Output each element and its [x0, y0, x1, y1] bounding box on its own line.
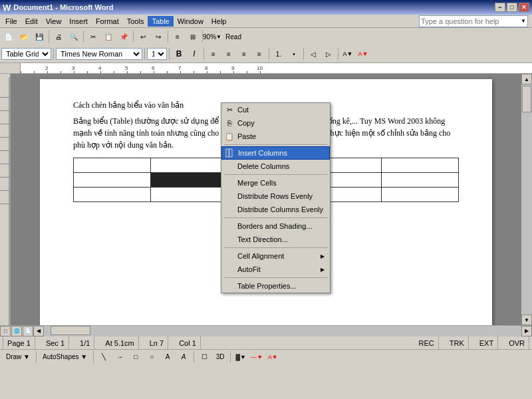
fill-color-button[interactable]: ▓▼: [233, 350, 248, 364]
menu-tools[interactable]: Tools: [123, 16, 148, 27]
status-rec: REC: [415, 336, 439, 349]
ctx-distribute-cols[interactable]: Distribute Columns Evenly: [221, 203, 330, 216]
menu-window[interactable]: Window: [174, 16, 207, 27]
menu-insert[interactable]: Insert: [65, 16, 92, 27]
menu-edit[interactable]: Edit: [21, 16, 42, 27]
hscroll-right-button[interactable]: ▶: [521, 326, 532, 336]
paste-button[interactable]: 📌: [116, 30, 131, 43]
save-button[interactable]: 💾: [32, 30, 47, 43]
hscroll-track[interactable]: [44, 326, 521, 336]
view-web-btn[interactable]: 🌐: [11, 326, 22, 336]
ctx-copy[interactable]: ⎘ Copy: [221, 116, 330, 130]
view-print-btn[interactable]: 📄: [23, 326, 33, 336]
ctx-distribute-rows[interactable]: Distribute Rows Evenly: [221, 190, 330, 203]
svg-rect-31: [0, 110, 10, 111]
line-tool[interactable]: ╲: [96, 350, 111, 364]
paste-icon: 📋: [223, 130, 235, 142]
font-dropdown[interactable]: Times New Roman: [56, 48, 142, 60]
svg-rect-28: [0, 77, 10, 325]
read-button[interactable]: Read: [220, 30, 247, 43]
new-button[interactable]: 📄: [1, 30, 16, 43]
ctx-autofit[interactable]: AutoFit ▶: [221, 263, 330, 276]
status-ext: EXT: [475, 336, 498, 349]
shadow-button[interactable]: ☐: [197, 350, 211, 364]
ctx-text-direction[interactable]: Text Direction...: [221, 233, 330, 246]
font-color-button[interactable]: A▼: [356, 47, 370, 61]
arrow-tool[interactable]: →: [112, 350, 127, 364]
table-button[interactable]: ⊞: [186, 30, 200, 43]
svg-text:6: 6: [152, 65, 155, 71]
svg-rect-29: [9, 77, 10, 325]
highlight-button[interactable]: A▼: [340, 47, 355, 61]
svg-text:2: 2: [45, 65, 49, 71]
3d-button[interactable]: 3D: [213, 350, 227, 364]
align-center-button[interactable]: ≡: [221, 47, 236, 61]
justify-button[interactable]: ≡: [252, 47, 267, 61]
indent-decrease-button[interactable]: ◁: [306, 47, 321, 61]
svg-rect-40: [229, 149, 232, 157]
toolbar-area: 📄 📂 💾 🖨 🔍 ✂ 📋 📌 ↩ ↪ ≡ ⊞ 90%▼ Read Table …: [0, 28, 532, 63]
font-color-bar-button[interactable]: A▼: [265, 350, 280, 364]
menu-table[interactable]: Table: [148, 16, 173, 27]
svg-rect-38: [0, 203, 10, 204]
view-normal-btn[interactable]: □: [0, 326, 11, 336]
ctx-merge-cells[interactable]: Merge Cells: [221, 176, 330, 190]
numbering-button[interactable]: 1.: [271, 47, 286, 61]
menu-file[interactable]: File: [1, 16, 21, 27]
bold-button[interactable]: B: [172, 47, 186, 61]
scroll-track[interactable]: [521, 84, 532, 315]
help-search-input[interactable]: [421, 17, 521, 25]
close-button[interactable]: ✕: [519, 3, 529, 12]
hscroll-left-button[interactable]: ◀: [33, 326, 44, 336]
minimize-button[interactable]: −: [495, 3, 505, 12]
cut-button[interactable]: ✂: [86, 30, 100, 43]
draw-dropdown[interactable]: Draw ▼: [3, 350, 33, 364]
ctx-insert-columns[interactable]: Insert Columns: [221, 146, 330, 160]
ctx-paste[interactable]: 📋 Paste: [221, 130, 330, 143]
delete-col-icon: [223, 160, 235, 172]
hscroll-thumb[interactable]: [51, 326, 90, 335]
status-page: Page 1: [3, 336, 35, 349]
textbox-tool[interactable]: A: [160, 350, 175, 364]
oval-tool[interactable]: ○: [144, 350, 159, 364]
separator-12: [338, 48, 338, 60]
scroll-thumb[interactable]: [522, 86, 531, 112]
scroll-up-button[interactable]: ▲: [521, 74, 532, 84]
maximize-button[interactable]: □: [507, 3, 517, 12]
svg-rect-39: [226, 149, 229, 157]
menu-help[interactable]: Help: [207, 16, 231, 27]
undo-button[interactable]: ↩: [136, 30, 150, 43]
indent-increase-button[interactable]: ▷: [321, 47, 336, 61]
ctx-borders-shading[interactable]: Borders and Shading...: [221, 219, 330, 233]
ctx-borders-label: Borders and Shading...: [237, 222, 313, 230]
copy-icon: ⎘: [223, 117, 235, 129]
autoshapes-dropdown[interactable]: AutoShapes ▼: [39, 350, 90, 364]
zoom-dropdown[interactable]: 90%▼: [205, 30, 219, 43]
ctx-table-properties[interactable]: Table Properties...: [221, 279, 330, 293]
help-search-box[interactable]: ▼: [419, 15, 528, 27]
ctx-delete-columns[interactable]: Delete Columns: [221, 160, 330, 173]
align-left-button[interactable]: ≡: [206, 47, 221, 61]
style-dropdown[interactable]: Table Grid: [1, 48, 51, 60]
preview-button[interactable]: 🔍: [66, 30, 81, 43]
italic-button[interactable]: I: [187, 47, 201, 61]
redo-button[interactable]: ↪: [151, 30, 166, 43]
bullets-button[interactable]: •: [287, 47, 301, 61]
align-right-button[interactable]: ≡: [237, 47, 251, 61]
open-button[interactable]: 📂: [17, 30, 31, 43]
ctx-cut[interactable]: ✂ Cut: [221, 103, 330, 116]
rect-tool[interactable]: □: [128, 350, 143, 364]
menu-format[interactable]: Format: [92, 16, 123, 27]
separator-colors: [194, 351, 194, 363]
ctx-cell-alignment[interactable]: Cell Alignment ▶: [221, 249, 330, 263]
svg-text:4: 4: [98, 65, 102, 71]
font-size-dropdown[interactable]: 12: [147, 48, 167, 60]
scroll-down-button[interactable]: ▼: [521, 315, 532, 325]
menu-view[interactable]: View: [42, 16, 66, 27]
wordart-tool[interactable]: A: [176, 350, 191, 364]
copy-button[interactable]: 📋: [101, 30, 116, 43]
print-button[interactable]: 🖨: [51, 30, 66, 43]
line-color-button[interactable]: —▼: [249, 350, 264, 364]
search-dropdown-icon[interactable]: ▼: [521, 18, 526, 24]
columns-button[interactable]: ≡: [170, 30, 185, 43]
